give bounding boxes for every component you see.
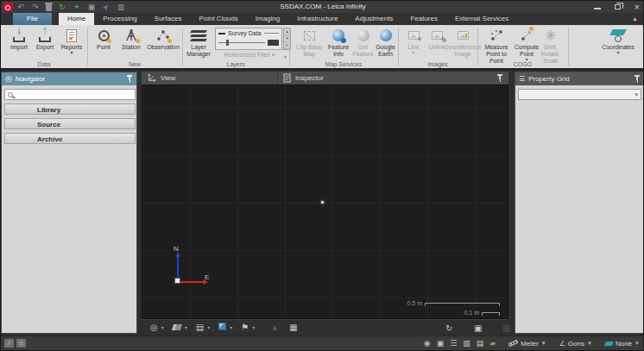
navigator-pin-icon[interactable] [126,75,133,83]
select-eraser-button[interactable] [173,323,181,333]
axis-origin-square [174,278,180,284]
property-grid-icon: ☰ [519,76,525,83]
tab-features[interactable]: Features [401,13,446,25]
link-image-button[interactable]: Link [403,27,424,55]
tab-surfaces[interactable]: Surfaces [146,13,191,25]
statusbar-report-icon[interactable]: ▤ [477,339,484,348]
statusbar-project-icon[interactable]: ▰ [489,339,496,348]
measure-point-to-point-button[interactable]: Measure Point to Point [479,27,514,65]
coordinate-system-selector[interactable]: None ▼ [605,340,640,348]
property-grid-header[interactable]: ☰ Property Grid [515,72,644,85]
axis-east-arrow [178,281,204,283]
center-tab-strip: View Inspector [142,72,508,85]
tab-infrastructure[interactable]: Infrastructure [288,13,346,25]
tab-imaging[interactable]: Imaging [247,13,288,25]
layer-color-swatch [218,33,225,34]
navigator-source-button[interactable]: Source [4,118,136,129]
status-bar: ∕ ⌂ ◉ ▣ ☰ ▥ ▤ ▰ Meter ▼ ∠ Gons ▼ None ▼ [1,335,644,350]
orbit-dropdown-caret[interactable]: ▾ [161,323,164,333]
georeference-image-button[interactable]: Georeference Image [449,27,477,58]
eraser-dropdown-caret[interactable]: ▾ [185,323,187,333]
minimize-button[interactable] [594,8,601,9]
measure-point-to-point-icon [489,28,504,42]
clip-base-map-button[interactable]: Clip Base Map [294,27,324,58]
tab-adjustments[interactable]: Adjustments [346,13,401,25]
shift-rotate-scale-button[interactable]: Shift, Rotate, Scale [534,27,567,65]
reports-dropdown-caret [70,51,73,55]
group-label-map-services: Map Services [289,61,398,67]
feature-info-button[interactable]: Feature Info [325,27,351,58]
group-label-data: Data [1,61,87,67]
terrain-button-disabled: ▲ [270,323,279,333]
tab-point-clouds[interactable]: Point Clouds [190,13,246,25]
scale-minor-label: 0.1 m [464,310,479,316]
tab-inspector[interactable]: Inspector [278,72,329,85]
opacity-slider-handle[interactable] [226,40,229,46]
origin-point-marker [321,201,324,204]
tab-home[interactable]: Home [59,13,94,25]
statusbar-inspector-icon[interactable]: ▣ [437,339,445,348]
gallery-dropdown-caret[interactable]: ▾ [284,53,287,60]
angle-unit-selector[interactable]: ∠ Gons ▼ [559,340,592,348]
edit-mode-chip[interactable]: ∕ [4,339,14,348]
restore-button[interactable] [615,4,621,9]
collapse-ribbon-icon[interactable]: ▲ [632,13,638,25]
navigator-archive-button[interactable]: Archive [4,133,136,144]
coordinates-icon [610,28,626,43]
export-icon: ↑ [39,28,51,42]
navigator-search[interactable] [4,89,136,100]
grid-toggle-button[interactable]: ▦ [289,323,297,333]
scale-minor-bar [482,312,500,316]
property-grid-title: Property Grid [528,75,570,83]
coordinates-button[interactable]: Coordinates [597,27,640,55]
property-grid-selector[interactable] [518,89,641,100]
view-3d-cube-button[interactable] [218,323,226,333]
google-earth-button[interactable]: Google Earth [374,27,397,58]
refresh-view-button[interactable]: ↻ [445,323,452,333]
filter-button[interactable]: ⚑ [241,323,249,333]
new-station-button[interactable]: Station [117,27,145,51]
tab-external-services[interactable]: External Services [446,13,517,25]
georeference-image-icon [458,31,469,40]
reports-button[interactable]: Reports [59,27,85,55]
statusbar-navigator-icon[interactable]: ◉ [424,339,431,348]
zoom-extents-button[interactable]: ▣ [474,323,482,333]
view-canvas[interactable]: N E 0.5 m 0.1 m [142,85,508,319]
tab-processing[interactable]: Processing [94,13,146,25]
cube-dropdown-caret[interactable]: ▾ [230,323,232,333]
filter-dropdown-caret[interactable]: ▾ [252,323,255,333]
group-label-layers: Layers [182,61,289,67]
statusbar-property-grid-icon[interactable]: ☰ [450,339,457,348]
gons-dropdown-caret: ▼ [587,341,592,346]
layer-gallery[interactable]: Survey Data [215,28,282,50]
property-grid-pin-icon[interactable] [634,75,641,83]
scale-major-bar [425,303,500,306]
layer-manager-button[interactable]: Layer Manager [184,27,213,58]
inspector-icon [283,73,291,83]
new-observation-button[interactable]: Observation [145,27,181,51]
distance-unit-selector[interactable]: Meter ▼ [508,340,546,348]
search-input[interactable] [16,91,135,99]
opacity-value-box [268,40,279,46]
link-dropdown-caret [412,51,414,55]
statusbar-layers-icon[interactable]: ▥ [463,339,470,348]
import-button[interactable]: ↓ Import [6,27,32,51]
application-window: ↶ ↷ ↻ ✦ ▣ ➤ ▥ SSDAX.COM - Leica Infinity… [0,0,644,351]
export-button[interactable]: ↑ Export [33,27,57,51]
snap-dropdown-caret[interactable]: ▾ [207,323,210,333]
angle-icon: ∠ [559,340,565,348]
snap-settings-button[interactable]: ▤ [196,323,204,333]
close-button[interactable]: × [635,2,640,12]
view-orbit-button[interactable]: ◎ [150,323,158,333]
new-point-button[interactable]: Point [91,27,117,51]
referenced-files-button[interactable]: Referenced Files ▾ [213,52,286,59]
navigator-library-button[interactable]: Library [4,103,136,115]
home-chip[interactable]: ⌂ [16,339,26,348]
get-feature-button[interactable]: Get Feature [351,27,375,58]
navigator-header[interactable]: ◎ Navigator [2,72,136,85]
view-pin-icon[interactable] [496,74,503,82]
shift-rotate-scale-icon [544,28,558,42]
clip-base-map-icon [304,31,315,41]
tab-view[interactable]: View [142,72,180,85]
globe-gray-icon [357,29,369,41]
